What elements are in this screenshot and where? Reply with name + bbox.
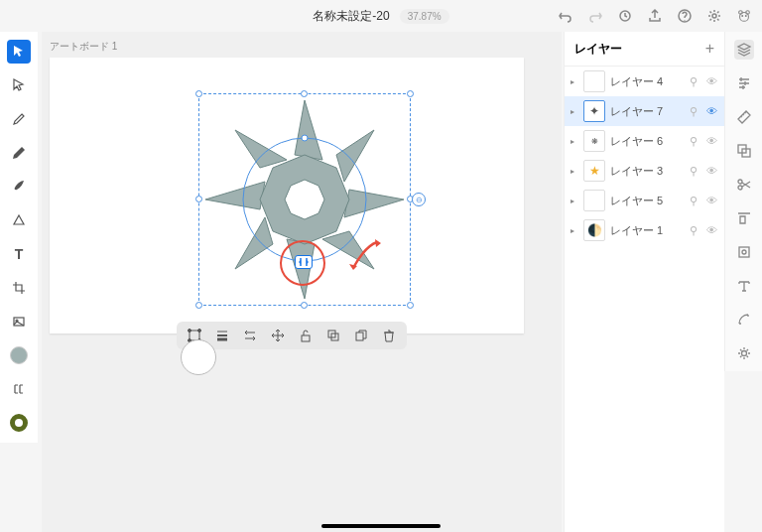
pathfinder-icon[interactable] xyxy=(734,141,754,161)
layer-row[interactable]: ▸ ❋ レイヤー 6 ⚲ 👁 xyxy=(565,126,724,156)
lock-icon[interactable]: ⚲ xyxy=(690,75,701,88)
layer-name[interactable]: レイヤー 5 xyxy=(610,194,685,208)
image-tool[interactable] xyxy=(7,310,31,333)
left-toolbar: T xyxy=(0,32,38,443)
select-tool[interactable] xyxy=(7,40,31,64)
ring-swatch[interactable] xyxy=(7,411,31,435)
arrange-icon[interactable] xyxy=(242,328,258,343)
document-title[interactable]: 名称未設定-20 xyxy=(313,8,389,25)
resize-handle[interactable] xyxy=(195,302,202,309)
expand-icon[interactable]: ▸ xyxy=(571,167,578,176)
bear-icon[interactable] xyxy=(736,8,752,24)
layer-thumb xyxy=(583,70,605,92)
svg-point-2 xyxy=(712,14,716,18)
resize-handle[interactable] xyxy=(301,90,308,97)
type-icon[interactable] xyxy=(734,276,754,296)
brush-tool[interactable] xyxy=(7,175,31,199)
layer-row[interactable]: ▸ レイヤー 4 ⚲ 👁 xyxy=(565,66,724,96)
expand-icon[interactable]: ▸ xyxy=(571,77,578,86)
layer-row[interactable]: ▸ ✦ レイヤー 7 ⚲ 👁 xyxy=(565,96,724,126)
layer-thumb: ❋ xyxy=(583,130,605,152)
undo-icon[interactable] xyxy=(558,8,573,24)
shape-tool[interactable] xyxy=(7,208,31,232)
layer-name[interactable]: レイヤー 7 xyxy=(610,104,685,119)
layer-name[interactable]: レイヤー 6 xyxy=(610,134,685,149)
pen-tool[interactable] xyxy=(7,107,31,131)
expand-icon[interactable]: ▸ xyxy=(571,107,578,116)
lock-icon[interactable]: ⚲ xyxy=(690,195,701,207)
path-icon[interactable] xyxy=(734,310,754,330)
duplicate-icon[interactable] xyxy=(353,328,369,343)
cloud-icon[interactable] xyxy=(617,8,633,24)
layer-name[interactable]: レイヤー 4 xyxy=(610,74,685,89)
group-icon[interactable] xyxy=(325,328,341,343)
redo-icon[interactable] xyxy=(587,8,603,24)
layer-name[interactable]: レイヤー 1 xyxy=(610,223,685,238)
trash-icon[interactable] xyxy=(381,328,397,343)
visibility-icon[interactable]: 👁 xyxy=(706,105,718,117)
help-icon[interactable] xyxy=(677,8,693,24)
resize-handle[interactable] xyxy=(407,90,414,97)
resize-handle[interactable] xyxy=(407,302,414,309)
gear-icon[interactable] xyxy=(706,8,722,24)
svg-rect-17 xyxy=(302,335,310,341)
right-toolbar xyxy=(724,32,762,371)
settings-icon[interactable] xyxy=(734,343,754,363)
drag-handle-icon[interactable] xyxy=(295,255,313,269)
layer-row[interactable]: ▸ 🌓 レイヤー 1 ⚲ 👁 xyxy=(565,215,724,245)
visibility-icon[interactable]: 👁 xyxy=(706,135,718,147)
expand-icon[interactable]: ▸ xyxy=(571,226,578,235)
lock-icon[interactable]: ⚲ xyxy=(690,165,701,178)
svg-rect-25 xyxy=(739,247,749,257)
share-icon[interactable] xyxy=(647,8,663,24)
side-control-icon[interactable]: ⊖ xyxy=(412,193,426,206)
resize-handle[interactable] xyxy=(301,302,308,309)
crop-tool[interactable] xyxy=(7,276,31,300)
pencil-tool[interactable] xyxy=(7,141,31,165)
layer-row[interactable]: ▸ レイヤー 5 ⚲ 👁 xyxy=(565,186,724,215)
layer-name[interactable]: レイヤー 3 xyxy=(610,164,685,179)
lock-icon[interactable]: ⚲ xyxy=(690,135,701,148)
ruler-icon[interactable] xyxy=(734,107,754,127)
zoom-level[interactable]: 37.87% xyxy=(400,9,449,24)
direct-select-tool[interactable] xyxy=(7,73,31,97)
scissors-icon[interactable] xyxy=(734,175,754,195)
svg-rect-20 xyxy=(356,332,363,340)
svg-point-14 xyxy=(198,330,201,332)
panel-title: レイヤー xyxy=(574,41,622,58)
layers-panel: レイヤー + ▸ レイヤー 4 ⚲ 👁 ▸ ✦ レイヤー 7 ⚲ 👁 ▸ ❋ レ… xyxy=(564,32,724,532)
resize-handle[interactable] xyxy=(195,196,202,202)
visibility-icon[interactable]: 👁 xyxy=(706,165,718,177)
transform-icon[interactable] xyxy=(734,242,754,262)
layer-row[interactable]: ▸ ★ レイヤー 3 ⚲ 👁 xyxy=(565,156,724,186)
lock-icon[interactable]: ⚲ xyxy=(690,224,701,237)
svg-point-7 xyxy=(745,16,746,17)
stroke-weight-icon[interactable] xyxy=(214,328,230,343)
canvas-area[interactable]: アートボード 1 ⊖ xyxy=(42,32,562,532)
svg-point-24 xyxy=(738,186,742,190)
stroke-tool[interactable] xyxy=(7,377,31,401)
visibility-icon[interactable]: 👁 xyxy=(706,224,718,236)
fill-swatch[interactable] xyxy=(7,343,31,367)
resize-handle[interactable] xyxy=(195,90,202,97)
text-tool[interactable]: T xyxy=(7,242,31,266)
artboard[interactable]: ⊖ xyxy=(50,58,524,333)
align-icon[interactable] xyxy=(734,208,754,228)
unlock-icon[interactable] xyxy=(298,328,314,343)
visibility-icon[interactable]: 👁 xyxy=(706,195,718,206)
layer-thumb: 🌓 xyxy=(583,219,605,241)
expand-icon[interactable]: ▸ xyxy=(571,197,578,205)
svg-point-6 xyxy=(742,16,743,17)
move-icon[interactable] xyxy=(270,328,286,343)
visibility-icon[interactable]: 👁 xyxy=(706,75,718,87)
layers-icon[interactable] xyxy=(734,40,754,60)
svg-point-27 xyxy=(741,351,746,356)
touch-indicator xyxy=(181,339,216,375)
lock-icon[interactable]: ⚲ xyxy=(690,105,701,118)
layer-thumb: ✦ xyxy=(583,100,605,122)
home-indicator[interactable] xyxy=(321,524,441,528)
svg-point-23 xyxy=(738,180,742,184)
expand-icon[interactable]: ▸ xyxy=(571,137,578,146)
properties-icon[interactable] xyxy=(734,73,754,93)
add-layer-button[interactable]: + xyxy=(705,40,714,58)
